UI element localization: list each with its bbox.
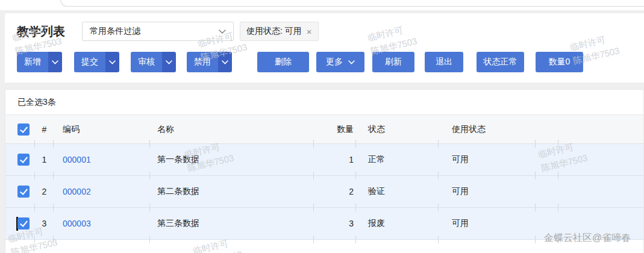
list-header-panel: 教学列表 常用条件过滤 使用状态: 可用 × 新增 提交 审核 禁用 删除 更多 <box>5 13 644 83</box>
row-code-link[interactable]: 000002 <box>63 187 91 196</box>
header-code: 编码 <box>54 115 150 143</box>
disable-button-group: 禁用 <box>187 52 232 72</box>
submit-dropdown-button[interactable] <box>105 52 119 72</box>
page-title: 教学列表 <box>17 23 65 40</box>
disable-button[interactable]: 禁用 <box>187 52 218 72</box>
quantity-button[interactable]: 数量0 <box>536 52 583 72</box>
selection-summary: 已全选3条 <box>5 90 643 115</box>
row-empty-2 <box>558 144 643 175</box>
audit-button-group: 审核 <box>131 52 176 72</box>
row-code-cell: 000002 <box>54 176 150 207</box>
row-status: 验证 <box>356 176 439 207</box>
add-dropdown-button[interactable] <box>48 52 62 72</box>
audit-dropdown-button[interactable] <box>162 52 176 72</box>
table-row[interactable]: 1 000001 第一条数据 1 正常 可用 <box>5 144 643 176</box>
row-name: 第三条数据 <box>150 208 314 239</box>
row-checkbox-cell <box>5 176 35 207</box>
chevron-down-icon <box>166 60 172 64</box>
row-checkbox-cell <box>5 208 35 239</box>
filter-tag-label: 使用状态: 可用 <box>246 26 302 37</box>
submit-button[interactable]: 提交 <box>74 52 105 72</box>
tab-strip <box>0 0 644 10</box>
row-checkbox[interactable] <box>17 186 30 198</box>
row-quantity: 3 <box>314 208 356 239</box>
add-button[interactable]: 新增 <box>17 52 48 72</box>
row-empty-1 <box>536 176 558 207</box>
data-grid: 已全选3条 # 编码 名称 数量 状态 使用状态 1 000001 第一条数据 … <box>5 89 644 253</box>
add-button-group: 新增 <box>17 52 62 72</box>
tab-edge <box>60 0 644 7</box>
header-status: 状态 <box>356 115 439 143</box>
header-checkbox-cell <box>5 115 35 143</box>
delete-button[interactable]: 删除 <box>257 52 309 72</box>
row-status: 报废 <box>356 208 439 239</box>
row-checkbox[interactable] <box>17 217 30 230</box>
audit-button[interactable]: 审核 <box>131 52 162 72</box>
row-code-cell: 000001 <box>54 144 150 175</box>
row-empty-2 <box>558 208 643 239</box>
row-name: 第一条数据 <box>150 144 314 175</box>
table-row[interactable]: 3 000003 第三条数据 3 报废 可用 <box>5 208 643 240</box>
disable-dropdown-button[interactable] <box>218 52 232 72</box>
chevron-down-icon <box>222 60 228 64</box>
filter-tag[interactable]: 使用状态: 可用 × <box>240 22 319 41</box>
row-checkbox[interactable] <box>17 154 30 166</box>
header-use-status: 使用状态 <box>439 115 536 143</box>
refresh-button[interactable]: 刷新 <box>372 52 414 72</box>
row-index: 3 <box>35 208 54 239</box>
chevron-down-icon <box>109 60 116 64</box>
row-code-link[interactable]: 000003 <box>63 219 91 228</box>
submit-button-group: 提交 <box>74 52 119 72</box>
filter-scheme-value: 常用条件过滤 <box>90 26 140 37</box>
table-row[interactable]: 2 000002 第二条数据 2 验证 可用 <box>5 176 643 208</box>
exit-button[interactable]: 退出 <box>425 52 463 72</box>
chevron-down-icon <box>52 60 58 64</box>
chevron-down-icon <box>348 60 355 64</box>
row-index: 1 <box>35 144 54 175</box>
header-empty-2 <box>558 115 643 143</box>
filter-scheme-select[interactable]: 常用条件过滤 <box>82 22 234 41</box>
app-screen: 教学列表 常用条件过滤 使用状态: 可用 × 新增 提交 审核 禁用 删除 更多 <box>0 0 644 253</box>
more-button-label: 更多 <box>326 57 343 67</box>
row-empty-2 <box>558 176 643 207</box>
header-name: 名称 <box>150 115 314 143</box>
more-button[interactable]: 更多 <box>316 52 364 72</box>
row-use-status: 可用 <box>439 208 536 239</box>
select-all-checkbox[interactable] <box>17 123 30 136</box>
header-empty-1 <box>536 115 558 143</box>
row-index: 2 <box>35 176 54 207</box>
row-code-cell: 000003 <box>54 208 150 239</box>
row-name: 第二条数据 <box>150 176 314 207</box>
row-code-link[interactable]: 000001 <box>63 155 91 164</box>
header-quantity: 数量 <box>314 115 356 143</box>
status-normal-button[interactable]: 状态正常 <box>477 52 524 72</box>
header-index: # <box>35 115 54 143</box>
row-status: 正常 <box>356 144 439 175</box>
row-empty-1 <box>536 208 558 239</box>
row-checkbox-cell <box>5 144 35 175</box>
table-header-row: # 编码 名称 数量 状态 使用状态 <box>5 115 643 144</box>
chevron-down-icon <box>219 30 226 34</box>
row-use-status: 可用 <box>439 144 536 175</box>
row-use-status: 可用 <box>439 176 536 207</box>
close-icon[interactable]: × <box>307 27 312 36</box>
row-quantity: 2 <box>314 176 356 207</box>
row-empty-1 <box>536 144 558 175</box>
row-quantity: 1 <box>314 144 356 175</box>
